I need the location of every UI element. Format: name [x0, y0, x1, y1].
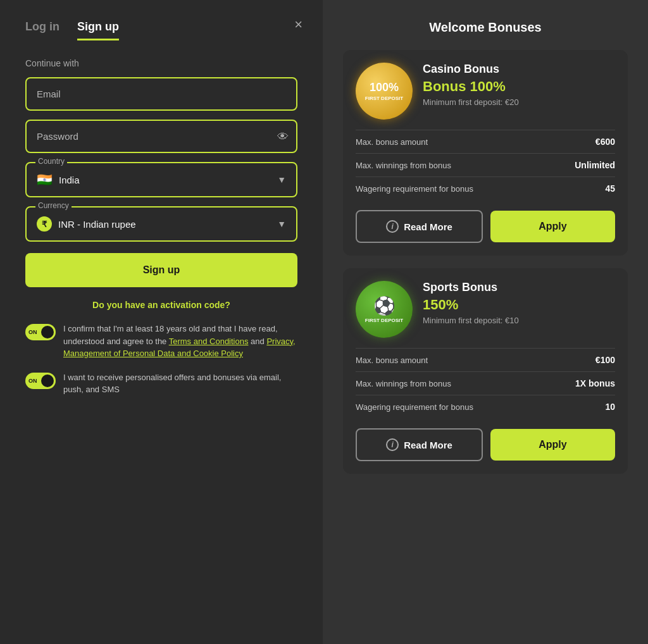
- sports-badge: ⚽ FIRST DEPOSIT: [356, 281, 413, 338]
- info-icon: i: [386, 220, 399, 233]
- tab-signup[interactable]: Sign up: [77, 20, 119, 40]
- casino-badge-percent: 100%: [370, 81, 399, 94]
- currency-select-inner[interactable]: ₹ INR - Indian rupee ▼: [37, 207, 286, 240]
- casino-actions: i Read More Apply: [356, 210, 615, 243]
- signup-button[interactable]: Sign up: [25, 253, 297, 287]
- sports-badge-circle: ⚽ FIRST DEPOSIT: [356, 281, 413, 338]
- casino-apply-button[interactable]: Apply: [490, 211, 615, 242]
- casino-value-1: €600: [595, 137, 615, 147]
- sports-row-2: Max. winnings from bonus 1X bonus: [356, 371, 615, 395]
- sports-min-deposit: Minimum first deposit: €10: [423, 316, 615, 325]
- sports-value-1: €100: [595, 355, 615, 365]
- activation-code-link[interactable]: Do you have an activation code?: [25, 300, 297, 310]
- sports-label-3: Wagering requirement for bonus: [356, 402, 473, 412]
- currency-label: Currency: [35, 201, 72, 210]
- toggle-on-label: ON: [28, 329, 37, 335]
- casino-bonus-name: Casino Bonus: [423, 63, 615, 76]
- email-input[interactable]: [25, 77, 297, 111]
- login-signup-panel: Log in Sign up × Continue with 👁 Country…: [0, 0, 323, 644]
- password-input[interactable]: [25, 120, 297, 153]
- casino-label-1: Max. bonus amount: [356, 137, 428, 147]
- sports-apply-button[interactable]: Apply: [490, 429, 615, 461]
- offers-toggle-knob: [41, 375, 54, 387]
- country-label: Country: [35, 157, 67, 166]
- casino-badge-sub: FIRST DEPOSIT: [365, 96, 403, 102]
- toggle-knob: [41, 326, 54, 338]
- casino-bonus-header: 100% FIRST DEPOSIT Casino Bonus Bonus 10…: [356, 63, 615, 120]
- casino-bonus-card: 100% FIRST DEPOSIT Casino Bonus Bonus 10…: [343, 50, 628, 256]
- currency-value: INR - Indian rupee: [58, 219, 277, 230]
- offers-toggle-row: ON I want to receive personalised offers…: [25, 371, 297, 396]
- sports-read-more-label: Read More: [404, 440, 452, 450]
- casino-min-deposit: Minimum first deposit: €20: [423, 97, 615, 107]
- casino-value-2: Unlimited: [575, 160, 615, 170]
- currency-chevron-icon: ▼: [277, 219, 286, 229]
- casino-label-3: Wagering requirement for bonus: [356, 184, 473, 194]
- casino-badge: 100% FIRST DEPOSIT: [356, 63, 413, 120]
- casino-read-more-label: Read More: [404, 221, 452, 232]
- sports-label-1: Max. bonus amount: [356, 356, 428, 365]
- terms-toggle-row: ON I confirm that I'm at least 18 years …: [25, 323, 297, 360]
- casino-badge-circle: 100% FIRST DEPOSIT: [356, 63, 413, 120]
- sports-bonus-percent: 150%: [423, 297, 615, 313]
- sports-value-2: 1X bonus: [575, 378, 615, 388]
- sports-row-1: Max. bonus amount €100: [356, 348, 615, 371]
- continue-label: Continue with: [25, 58, 297, 68]
- sports-bonus-name: Sports Bonus: [423, 281, 615, 294]
- country-value: India: [59, 175, 277, 185]
- terms-text: I confirm that I'm at least 18 years old…: [63, 323, 297, 360]
- page-title: Welcome Bonuses: [343, 20, 628, 35]
- casino-row-1: Max. bonus amount €600: [356, 130, 615, 153]
- casino-row-3: Wagering requirement for bonus 45: [356, 176, 615, 200]
- casino-label-2: Max. winnings from bonus: [356, 161, 451, 170]
- bonuses-panel: Welcome Bonuses 100% FIRST DEPOSIT Casin…: [323, 0, 648, 644]
- password-wrapper: 👁: [25, 120, 297, 153]
- country-select[interactable]: Country 🇮🇳 India ▼: [25, 162, 297, 197]
- soccer-ball-icon: ⚽: [373, 295, 396, 316]
- eye-icon[interactable]: 👁: [277, 130, 289, 143]
- casino-bonus-percent: Bonus 100%: [423, 78, 615, 95]
- casino-row-2: Max. winnings from bonus Unlimited: [356, 153, 615, 176]
- country-flag: 🇮🇳: [37, 172, 53, 187]
- sports-info-icon: i: [386, 438, 399, 451]
- offers-text: I want to receive personalised offers an…: [63, 371, 297, 396]
- sports-bonus-info: Sports Bonus 150% Minimum first deposit:…: [423, 281, 615, 325]
- close-button[interactable]: ×: [294, 18, 302, 32]
- offers-toggle[interactable]: ON: [25, 373, 56, 389]
- sports-bonus-header: ⚽ FIRST DEPOSIT Sports Bonus 150% Minimu…: [356, 281, 615, 338]
- currency-select[interactable]: Currency ₹ INR - Indian rupee ▼: [25, 206, 297, 242]
- terms-toggle[interactable]: ON: [25, 324, 56, 340]
- casino-read-more-button[interactable]: i Read More: [356, 210, 483, 243]
- sports-read-more-button[interactable]: i Read More: [356, 428, 483, 461]
- country-select-inner[interactable]: 🇮🇳 India ▼: [37, 163, 286, 196]
- casino-bonus-info: Casino Bonus Bonus 100% Minimum first de…: [423, 63, 615, 107]
- casino-value-3: 45: [605, 183, 615, 194]
- currency-icon: ₹: [37, 216, 52, 232]
- sports-badge-sub: FIRST DEPOSIT: [365, 318, 403, 324]
- sports-value-3: 10: [605, 402, 615, 412]
- tab-login[interactable]: Log in: [25, 20, 59, 40]
- terms-link[interactable]: Terms and Conditions: [169, 337, 249, 346]
- auth-tabs: Log in Sign up: [25, 20, 297, 40]
- chevron-down-icon: ▼: [277, 175, 286, 185]
- offers-toggle-on-label: ON: [28, 378, 37, 384]
- sports-actions: i Read More Apply: [356, 428, 615, 461]
- sports-row-3: Wagering requirement for bonus 10: [356, 395, 615, 418]
- sports-bonus-card: ⚽ FIRST DEPOSIT Sports Bonus 150% Minimu…: [343, 268, 628, 474]
- sports-label-2: Max. winnings from bonus: [356, 379, 451, 388]
